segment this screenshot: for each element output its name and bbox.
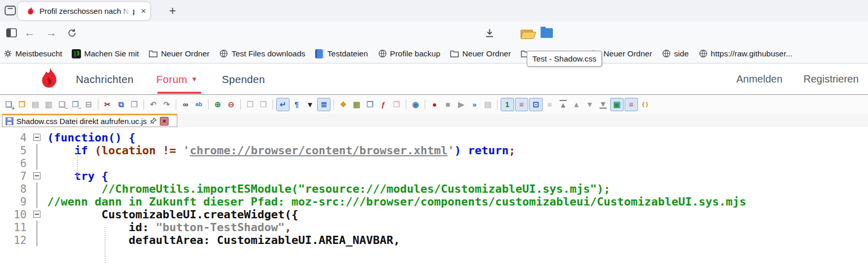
bookmark-clear-icon[interactable]: ≡ xyxy=(544,98,556,111)
find-icon[interactable]: ∞ xyxy=(179,98,192,111)
folder-as-workspace-icon[interactable]: ❒ xyxy=(390,98,403,111)
editor-tab-close-icon[interactable]: ✕ xyxy=(160,117,169,126)
redo-icon[interactable]: ↷ xyxy=(160,98,173,111)
indent-guide-icon[interactable]: ≣ xyxy=(317,98,330,111)
line-number: 9 xyxy=(0,196,27,208)
goto-last-icon[interactable]: ▼ xyxy=(597,98,609,111)
bookmark-item[interactable]: https://raw.githubuser... xyxy=(698,49,792,58)
bookmark-toggle-icon[interactable]: ≡ xyxy=(515,98,528,111)
new-tab-button[interactable]: + xyxy=(169,4,176,18)
folder-open-icon[interactable] xyxy=(520,22,535,44)
bookmark-label: Meistbesucht xyxy=(15,49,62,58)
code-token: CustomizableUI.createWidget({ xyxy=(101,208,298,221)
code-line[interactable]: 8 //ChromeUtils.importESModule("resource… xyxy=(0,182,868,195)
macro-save-icon[interactable]: ▤ xyxy=(482,98,494,111)
browser-tab[interactable]: Profil zerschossen nach Nig × xyxy=(18,2,150,20)
json-viewer-icon[interactable]: { } xyxy=(639,98,651,111)
pin-icon[interactable] xyxy=(150,117,157,125)
json-viewer-glyph: { } xyxy=(642,101,648,107)
cut-icon[interactable]: ✂ xyxy=(101,98,114,111)
show-all-characters-icon[interactable]: ¶ xyxy=(291,98,303,111)
editor-tab[interactable]: Shadow.css Datei direkt aufrufen.uc.js ✕ xyxy=(2,114,177,127)
function-list-icon[interactable]: ƒ xyxy=(377,98,389,111)
restore-layout-2-icon[interactable]: ❐ xyxy=(257,98,270,111)
site-nav-forum[interactable]: Forum ▼ xyxy=(156,64,198,94)
fold-guide-line xyxy=(27,182,47,195)
doc-list-icon[interactable]: ❐ xyxy=(364,98,376,111)
print-icon[interactable]: ⊟ xyxy=(82,98,95,111)
register-link[interactable]: Registrieren xyxy=(803,64,859,94)
restore-layout-icon[interactable]: ❐ xyxy=(244,98,256,111)
close-file-badge: − xyxy=(65,106,68,111)
macro-run-multiple-icon[interactable]: » xyxy=(468,98,481,111)
file-monitoring-icon[interactable]: ◉ xyxy=(409,98,422,111)
bookmark-line-icon[interactable]: 1 xyxy=(501,98,514,111)
site-nav-spenden[interactable]: Spenden xyxy=(222,64,265,94)
forward-icon[interactable]: → xyxy=(44,22,58,44)
code-token: { xyxy=(101,170,108,182)
goto-next-icon[interactable]: ▼ xyxy=(584,98,596,111)
code-line[interactable]: 7 try { xyxy=(0,170,868,182)
code-line[interactable]: 10 CustomizableUI.createWidget({ xyxy=(0,208,868,221)
doc-switcher-glyph: ❖ xyxy=(340,100,346,108)
ledger-diff-glyph: ≡ xyxy=(629,100,634,108)
code-line[interactable]: 6 xyxy=(0,157,868,170)
tab-close-icon[interactable]: × xyxy=(141,7,146,15)
code-line[interactable]: 5 if (location != 'chrome://browser/cont… xyxy=(0,144,868,157)
fold-collapse-icon[interactable] xyxy=(27,170,47,182)
site-nav-nachrichten[interactable]: Nachrichten xyxy=(76,64,134,94)
bookmark-item[interactable]: Neuer Ordner xyxy=(149,49,210,58)
sidebar-icon[interactable] xyxy=(4,22,18,44)
paste-icon[interactable]: ❐ xyxy=(128,98,140,111)
bookmark-item[interactable]: side xyxy=(662,49,689,58)
bookmark-item[interactable]: Test Files downloads xyxy=(219,49,305,58)
save-all-icon[interactable]: ▥ xyxy=(43,98,55,111)
bookmark-item[interactable]: Profile backup xyxy=(378,49,440,58)
bookmark-item[interactable]: Meistbesucht xyxy=(3,49,62,58)
fold-collapse-icon[interactable] xyxy=(27,208,47,221)
macro-run-multiple-glyph: » xyxy=(472,100,477,108)
document-map-icon[interactable]: ▦ xyxy=(350,98,363,111)
close-all-icon[interactable]: ❐− xyxy=(69,98,81,111)
open-file-icon[interactable]: ❒ xyxy=(16,98,28,111)
ledger-open-icon[interactable]: ▣ xyxy=(610,98,624,111)
goto-prev-icon[interactable]: ▲ xyxy=(570,98,583,111)
close-file-icon[interactable]: ❏− xyxy=(56,98,68,111)
save-icon[interactable]: ▤ xyxy=(29,98,42,111)
bookmark-item[interactable]: |3Machen Sie mit xyxy=(72,49,139,58)
code-text: if (location != 'chrome://browser/conten… xyxy=(47,144,515,157)
code-line[interactable]: 11 id: "button-TestShadow", xyxy=(0,221,868,234)
macro-play-icon[interactable]: ▶ xyxy=(455,98,467,111)
dropdown-caret-icon[interactable]: ▾ xyxy=(304,98,316,111)
goto-first-icon[interactable]: ▲ xyxy=(557,98,569,111)
screenshot-root: Profil zerschossen nach Nig × + ← → www.… xyxy=(0,0,868,267)
bookmark-all-icon[interactable]: ⊡ xyxy=(529,98,543,111)
copy-icon[interactable]: ⧉ xyxy=(115,98,127,111)
code-editor[interactable]: 4(function() {5 if (location != 'chrome:… xyxy=(0,127,868,267)
macro-stop-icon[interactable]: ■ xyxy=(442,98,454,111)
site-flame-logo[interactable] xyxy=(40,67,59,91)
doc-switcher-icon[interactable]: ❖ xyxy=(337,98,349,111)
firefox-view-icon[interactable] xyxy=(4,5,16,16)
replace-icon[interactable]: ab xyxy=(193,98,205,111)
goto-next-glyph: ▼ xyxy=(586,100,594,108)
reload-icon[interactable] xyxy=(65,22,79,44)
bookmark-item[interactable]: Testdateien xyxy=(315,49,368,58)
ledger-diff-icon[interactable]: ≡ xyxy=(625,98,638,111)
code-line[interactable]: 4(function() { xyxy=(0,131,868,144)
download-icon[interactable] xyxy=(482,22,497,44)
bookmark-item[interactable]: Neuer Ordner xyxy=(450,49,511,58)
fold-guide-line xyxy=(27,144,47,157)
fold-collapse-icon[interactable] xyxy=(27,131,47,144)
code-line[interactable]: 12 defaultArea: CustomizableUI.AREA_NAVB… xyxy=(0,234,868,247)
word-wrap-icon[interactable]: ↵ xyxy=(276,98,290,111)
undo-icon[interactable]: ↶ xyxy=(147,98,159,111)
macro-record-icon[interactable]: ● xyxy=(428,98,441,111)
back-icon[interactable]: ← xyxy=(23,22,37,44)
zoom-out-icon[interactable]: ⊖ xyxy=(225,98,237,111)
folder-blue-icon[interactable] xyxy=(539,22,554,44)
login-link[interactable]: Anmelden xyxy=(736,64,782,94)
new-file-icon[interactable]: ❏+ xyxy=(3,98,15,111)
zoom-in-icon[interactable]: ⊕ xyxy=(212,98,224,111)
code-line[interactable]: 9//wenn dann in Zukunft dieser Pfad: moz… xyxy=(0,195,868,208)
